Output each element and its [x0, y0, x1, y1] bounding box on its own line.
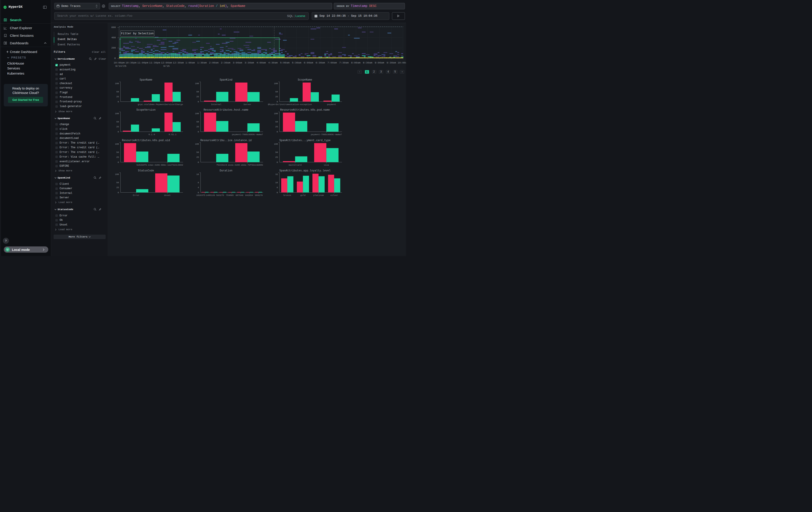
svg-text:ScopeName: ScopeName: [298, 78, 312, 81]
svg-text:25: 25: [275, 156, 278, 159]
svg-text:50: 50: [275, 151, 278, 154]
svg-text:5e02b5fb-13ae-4296-bbbc-111f42: 5e02b5fb-13ae-4296-bbbc-111f423c460d: [136, 164, 183, 166]
svg-text:SpanAttributes...yment.card_ty: SpanAttributes...yment.card_type: [279, 139, 330, 142]
svg-text:50: 50: [275, 120, 278, 123]
svg-text:payment-7985c8969c-mwmw7: payment-7985c8969c-mwmw7: [232, 133, 263, 136]
svg-text:50: 50: [116, 120, 119, 123]
svg-text:50: 50: [196, 90, 199, 93]
svg-text:16: 16: [196, 173, 199, 176]
svg-text:ResourceAttribu..ice.instance.: ResourceAttribu..ice.instance.id: [200, 139, 252, 142]
svg-text:807648: 807648: [235, 194, 243, 196]
svg-text:Server: Server: [243, 103, 251, 106]
svg-text:ResourceAttributes.host.name: ResourceAttributes.host.name: [203, 108, 249, 111]
svg-text:583275: 583275: [216, 194, 224, 196]
svg-text:Internal: Internal: [211, 103, 222, 106]
svg-text:25: 25: [196, 156, 199, 159]
svg-text:8: 8: [277, 186, 278, 189]
svg-text:50: 50: [116, 151, 119, 154]
svg-text:25: 25: [196, 96, 199, 98]
svg-text:100: 100: [115, 82, 119, 85]
svg-text:100: 100: [115, 143, 119, 145]
svg-text:0: 0: [118, 191, 119, 194]
svg-text:16: 16: [275, 181, 278, 184]
svg-text:0: 0: [118, 101, 119, 103]
svg-text:100: 100: [195, 82, 199, 85]
svg-text:StatusCode: StatusCode: [138, 169, 154, 172]
svg-text:0: 0: [277, 131, 278, 133]
svg-text:25: 25: [196, 126, 199, 128]
svg-text:ResourceAttributes.k8s.pod.nam: ResourceAttributes.k8s.pod.name: [280, 108, 330, 111]
svg-text:silver: silver: [330, 194, 338, 196]
svg-text:0: 0: [198, 161, 199, 164]
svg-text:ResourceAttributes.k8s.pod.uid: ResourceAttributes.k8s.pod.uid: [122, 139, 170, 142]
svg-text:100: 100: [274, 112, 278, 115]
svg-text:platinum: platinum: [313, 194, 324, 196]
svg-text:842654: 842654: [245, 194, 253, 196]
svg-text:8: 8: [198, 181, 199, 184]
svg-text:100: 100: [115, 173, 119, 176]
svg-text:ScopeVersion: ScopeVersion: [136, 108, 155, 111]
svg-text:0: 0: [277, 191, 278, 194]
svg-text:payment: payment: [327, 103, 336, 106]
svg-text:mastercard: mastercard: [289, 164, 301, 166]
svg-text:Duration: Duration: [220, 169, 232, 172]
svg-text:0.1.0: 0.1.0: [148, 133, 155, 136]
svg-text:f5344ec9-a1ea-4290-a62a-78f5be: f5344ec9-a1ea-4290-a62a-78f5bee8d90b: [216, 164, 263, 166]
svg-text:SpanKind: SpanKind: [220, 78, 232, 81]
svg-text:SpanAttributes.app.loyalty.lev: SpanAttributes.app.loyalty.level: [279, 169, 330, 172]
svg-text:bronze: bronze: [284, 194, 291, 196]
svg-text:0.51.1: 0.51.1: [169, 133, 176, 136]
svg-text:32: 32: [275, 173, 278, 176]
svg-text:50: 50: [196, 120, 199, 123]
svg-text:50: 50: [196, 151, 199, 154]
svg-text:gold: gold: [300, 194, 306, 196]
svg-text:0: 0: [198, 131, 199, 133]
svg-text:50: 50: [116, 90, 119, 93]
svg-text:25: 25: [116, 126, 119, 128]
svg-text:100: 100: [195, 112, 199, 115]
svg-text:0: 0: [198, 101, 199, 103]
svg-text:100: 100: [195, 143, 199, 145]
svg-text:0: 0: [118, 161, 119, 164]
svg-text:0: 0: [277, 161, 278, 164]
svg-text:Unset: Unset: [164, 194, 171, 196]
svg-text:0: 0: [198, 191, 199, 194]
svg-text:grpc.oteldemo.PaymentService/C: grpc.oteldemo.PaymentService/Charge: [138, 103, 183, 106]
svg-text:999176: 999176: [255, 194, 263, 196]
svg-text:0: 0: [277, 101, 278, 103]
svg-text:25: 25: [116, 156, 119, 159]
svg-text:25: 25: [275, 96, 278, 98]
svg-text:50: 50: [116, 181, 119, 184]
svg-text:1019375: 1019375: [196, 194, 205, 196]
svg-text:50: 50: [275, 90, 278, 93]
svg-text:100: 100: [274, 143, 278, 145]
svg-text:payment-7985c8969c-mwmw7: payment-7985c8969c-mwmw7: [311, 133, 342, 136]
svg-text:25: 25: [116, 186, 119, 189]
svg-text:0: 0: [118, 131, 119, 133]
svg-text:SpanName: SpanName: [139, 78, 152, 81]
svg-text:Error: Error: [133, 194, 139, 196]
svg-text:25: 25: [275, 126, 278, 128]
svg-text:@hyperdx/instrumentation-excep: @hyperdx/instrumentation-exception: [268, 103, 312, 106]
svg-text:759085: 759085: [226, 194, 234, 196]
svg-text:100: 100: [115, 112, 119, 115]
svg-text:25: 25: [116, 96, 119, 98]
svg-text:100: 100: [274, 82, 278, 85]
svg-text:4: 4: [198, 186, 199, 189]
svg-text:visa: visa: [324, 164, 329, 166]
svg-text:1405128: 1405128: [206, 194, 215, 196]
